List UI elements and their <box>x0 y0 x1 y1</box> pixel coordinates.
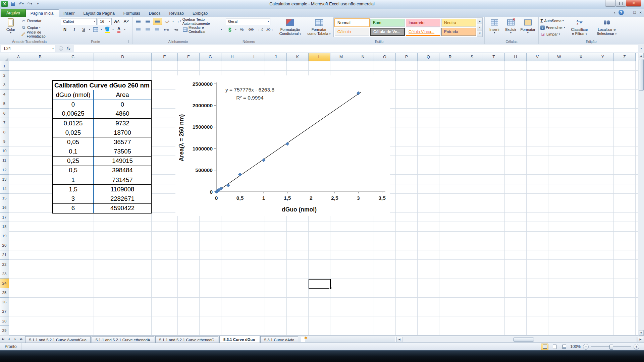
number-format-select[interactable]: Geral▾ <box>226 18 270 25</box>
copy-button[interactable]: ⧉Copiar▾ <box>21 24 57 31</box>
table-cell-dguo[interactable]: 0,1 <box>53 147 94 156</box>
column-header-V[interactable]: V <box>527 53 548 61</box>
format-as-table-button[interactable]: Formatarcomo Tabela ▾ <box>305 17 333 37</box>
row-header-5[interactable]: 5 <box>0 99 9 109</box>
column-header-R[interactable]: R <box>439 53 461 61</box>
style-entrada[interactable]: Entrada <box>441 28 476 36</box>
row-header-27[interactable]: 27 <box>0 307 9 316</box>
row-header-13[interactable]: 13 <box>0 175 9 184</box>
table-cell-dguo[interactable]: 0 <box>53 100 94 109</box>
close-button[interactable]: ✕ <box>626 0 641 7</box>
clipboard-dialog-launcher-icon[interactable] <box>55 40 58 43</box>
insert-worksheet-button[interactable]: ✱ <box>300 337 308 342</box>
scroll-right-icon[interactable]: ▶ <box>638 337 643 342</box>
row-header-6[interactable]: 6 <box>0 109 9 118</box>
zoom-slider-thumb[interactable] <box>609 345 613 350</box>
style-c-lculo[interactable]: Cálculo <box>335 28 369 36</box>
column-header-O[interactable]: O <box>374 53 396 61</box>
align-left-button[interactable] <box>134 26 143 33</box>
column-header-E[interactable]: E <box>152 53 178 61</box>
formula-bar-expand-button[interactable]: ▾ <box>638 47 644 50</box>
table-cell-area[interactable]: 398484 <box>94 166 151 175</box>
format-cells-button[interactable]: Formatar▾ <box>519 17 537 35</box>
column-header-H[interactable]: H <box>221 53 243 61</box>
merge-center-button[interactable]: Mesclar e Centralizar▾ <box>183 26 222 33</box>
table-cell-dguo[interactable]: 0,5 <box>53 166 94 175</box>
style-normal[interactable]: Normal <box>335 19 369 27</box>
fill-color-button[interactable]: 🪣 <box>103 26 111 33</box>
tab-exibi-o[interactable]: Exibição <box>188 10 212 17</box>
column-header-F[interactable]: F <box>178 53 200 61</box>
style-neutra[interactable]: Neutra <box>441 19 476 27</box>
table-cell-dguo[interactable]: 0,05 <box>53 137 94 146</box>
row-header-26[interactable]: 26 <box>0 298 9 307</box>
row-header-12[interactable]: 12 <box>0 165 9 175</box>
prev-sheet-button[interactable]: ⏴ <box>6 337 12 342</box>
find-select-button[interactable]: Localizar eSelecionar ▾ <box>594 17 620 38</box>
font-color-button[interactable]: A <box>115 26 123 33</box>
align-middle-button[interactable] <box>144 18 152 25</box>
next-sheet-button[interactable]: ⏵ <box>12 337 18 342</box>
workbook-restore-icon[interactable]: ❐ <box>633 11 636 14</box>
column-header-G[interactable]: G <box>200 53 221 61</box>
alignment-dialog-launcher-icon[interactable] <box>220 40 223 43</box>
name-box[interactable]: L24▾ <box>1 45 55 52</box>
sheet-tab-5-3-1-curve-dado[interactable]: 5.3.1 Curve dAdo <box>260 336 299 343</box>
column-header-U[interactable]: U <box>505 53 527 61</box>
row-header-7[interactable]: 7 <box>0 118 9 127</box>
font-name-select[interactable]: Calibri▾ <box>61 18 97 25</box>
underline-button[interactable]: S <box>79 26 88 33</box>
column-header-P[interactable]: P <box>396 53 418 61</box>
vertical-scrollbar[interactable]: ▲ ▼ <box>638 53 644 336</box>
tab-layout-da-p-gina[interactable]: Layout da Página <box>79 10 119 17</box>
table-cell-dguo[interactable]: 0,00625 <box>53 109 94 118</box>
last-sheet-button[interactable]: ⏵⏵ <box>18 337 24 342</box>
column-header-A[interactable]: A <box>9 53 28 61</box>
table-cell-area[interactable]: 9732 <box>94 119 151 128</box>
zoom-out-button[interactable]: − <box>583 344 589 350</box>
selected-cell[interactable] <box>309 279 331 289</box>
table-cell-area[interactable]: 0 <box>94 100 151 109</box>
align-right-button[interactable] <box>153 26 161 33</box>
formula-input[interactable] <box>74 45 638 52</box>
column-header-J[interactable]: J <box>265 53 287 61</box>
row-header-2[interactable]: 2 <box>0 71 9 80</box>
row-header-20[interactable]: 20 <box>0 241 9 250</box>
table-cell-dguo[interactable]: 0,25 <box>53 157 94 166</box>
decrease-decimal-button[interactable]: ,00→ <box>266 26 274 33</box>
decrease-indent-button[interactable]: ⇤≡ <box>162 26 171 33</box>
horizontal-scroll-thumb[interactable] <box>513 338 534 342</box>
vertical-scroll-thumb[interactable] <box>639 59 644 91</box>
table-cell-dguo[interactable]: 0,0125 <box>53 119 94 128</box>
column-header-I[interactable]: I <box>243 53 265 61</box>
increase-decimal-button[interactable]: ←,0 <box>256 26 265 33</box>
row-header-16[interactable]: 16 <box>0 203 9 213</box>
cut-button[interactable]: ✂Recortar <box>21 17 57 24</box>
table-cell-area[interactable]: 73505 <box>94 147 151 156</box>
table-cell-area[interactable]: 4590422 <box>94 204 151 213</box>
font-dialog-launcher-icon[interactable] <box>128 40 131 43</box>
table-cell-area[interactable]: 731457 <box>94 175 151 184</box>
row-header-22[interactable]: 22 <box>0 260 9 269</box>
minimize-button[interactable]: — <box>605 0 616 7</box>
scroll-left-icon[interactable]: ◀ <box>396 337 402 342</box>
scroll-up-icon[interactable]: ▲ <box>639 53 644 58</box>
row-header-15[interactable]: 15 <box>0 194 9 203</box>
gallery-more-icon[interactable]: ⊽ <box>477 31 482 37</box>
grow-font-button[interactable]: A˄ <box>113 18 121 25</box>
page-break-view-button[interactable] <box>560 344 568 350</box>
style-c-lula-de-ve-[interactable]: Célula de Ve... <box>370 28 405 36</box>
grid-area[interactable]: Calibration Curve dGuo 260 nm dGuo (nmol… <box>9 61 638 336</box>
column-header-B[interactable]: B <box>28 53 52 61</box>
row-header-3[interactable]: 3 <box>0 80 9 89</box>
autosum-button[interactable]: ΣAutoSoma▾ <box>540 17 565 24</box>
tab-p-gina-inicial[interactable]: Página Inicial <box>26 9 59 17</box>
tab-arquivo[interactable]: Arquivo <box>1 9 26 17</box>
style-c-lula-vincu-[interactable]: Célula Vincu... <box>406 28 440 36</box>
sheet-tab-5-1-1-and-5-2-1-curve-ethenodg[interactable]: 5.1.1 and 5.2.1 Curve ethenodG <box>155 336 218 343</box>
clear-button[interactable]: ◪Limpar▾ <box>540 31 565 38</box>
gallery-up-icon[interactable]: ▲ <box>477 18 482 24</box>
row-header-10[interactable]: 10 <box>0 146 9 156</box>
row-header-21[interactable]: 21 <box>0 250 9 260</box>
insert-function-icon[interactable]: fx <box>66 46 70 51</box>
